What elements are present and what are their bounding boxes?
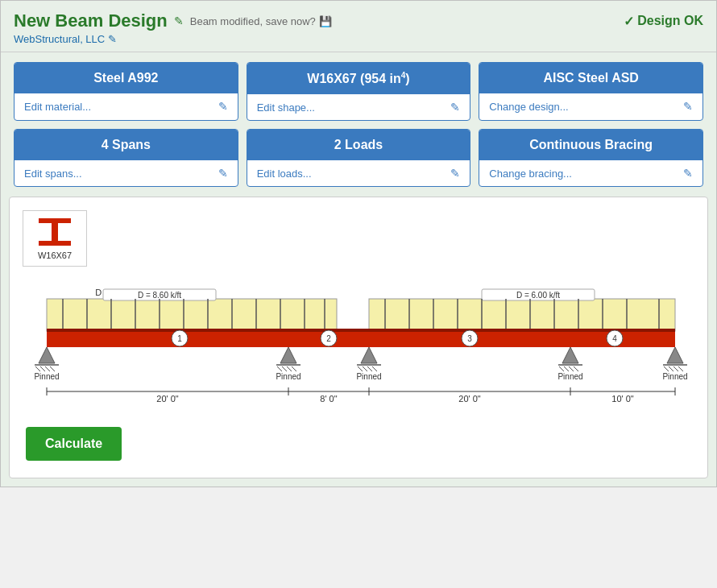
svg-line-71: [574, 366, 578, 371]
svg-text:10' 0": 10' 0": [611, 394, 634, 404]
svg-text:Pinned: Pinned: [356, 372, 381, 381]
title-edit-icon[interactable]: ✎: [174, 14, 184, 27]
change-design-link[interactable]: Change design...: [489, 101, 568, 113]
header: New Beam Design ✎ Beam modified, save no…: [1, 1, 716, 52]
card-spans: 4 Spans Edit spans... ✎: [14, 129, 238, 187]
edit-bracing-icon[interactable]: ✎: [683, 167, 693, 180]
company-edit-icon: ✎: [108, 33, 117, 45]
card-shape: W16X67 (954 in4) Edit shape... ✎: [247, 62, 471, 121]
svg-line-56: [287, 366, 292, 371]
svg-line-54: [277, 366, 282, 371]
beam-icon-label: W16X67: [38, 251, 72, 260]
svg-text:1: 1: [177, 334, 182, 343]
app-container: New Beam Design ✎ Beam modified, save no…: [0, 0, 717, 487]
card-material-header: Steel A992: [15, 63, 238, 93]
svg-text:8' 0": 8' 0": [320, 394, 337, 404]
svg-marker-59: [361, 347, 377, 363]
svg-line-78: [678, 366, 683, 371]
svg-line-57: [292, 366, 296, 371]
i-beam-icon: [35, 217, 75, 249]
card-spans-body: Edit spans... ✎: [15, 160, 238, 186]
svg-line-49: [45, 366, 50, 371]
svg-line-69: [564, 366, 569, 371]
svg-line-63: [367, 366, 372, 371]
beam-diagram-container: D = 8.60 k/ft D = 8.60 k/ft: [23, 283, 694, 414]
card-shape-body: Edit shape... ✎: [247, 94, 470, 120]
svg-text:D = 6.00 k/ft: D = 6.00 k/ft: [516, 291, 560, 300]
svg-text:Pinned: Pinned: [557, 372, 582, 381]
svg-line-61: [358, 366, 363, 371]
card-bracing: Continuous Bracing Change bracing... ✎: [479, 129, 703, 187]
svg-line-50: [50, 366, 55, 371]
card-loads-header: 2 Loads: [247, 130, 470, 160]
card-design-header: AISC Steel ASD: [479, 63, 702, 93]
svg-marker-52: [280, 347, 296, 363]
svg-line-48: [40, 366, 45, 371]
card-material: Steel A992 Edit material... ✎: [14, 62, 238, 121]
card-loads-body: Edit loads... ✎: [247, 160, 470, 186]
svg-line-47: [35, 366, 40, 371]
svg-line-70: [569, 366, 574, 371]
edit-shape-link[interactable]: Edit shape...: [257, 101, 315, 114]
edit-spans-icon[interactable]: ✎: [218, 167, 228, 180]
modified-text: Beam modified, save now? 💾: [190, 15, 332, 27]
change-bracing-link[interactable]: Change bracing...: [489, 168, 572, 180]
edit-material-link[interactable]: Edit material...: [24, 101, 91, 113]
svg-rect-19: [369, 299, 675, 331]
design-ok-badge: ✓ Design OK: [624, 14, 703, 29]
company-link[interactable]: WebStructural, LLC ✎: [14, 33, 703, 45]
title-group: New Beam Design ✎ Beam modified, save no…: [14, 10, 332, 31]
svg-text:20' 0": 20' 0": [458, 394, 481, 404]
svg-marker-45: [39, 347, 55, 363]
card-spans-header: 4 Spans: [15, 130, 238, 160]
card-material-body: Edit material... ✎: [15, 93, 238, 119]
cards-grid: Steel A992 Edit material... ✎ W16X67 (95…: [1, 52, 716, 197]
card-design-body: Change design... ✎: [479, 93, 702, 119]
svg-text:3: 3: [467, 334, 472, 343]
edit-loads-icon[interactable]: ✎: [450, 167, 460, 180]
svg-rect-0: [39, 218, 71, 223]
svg-line-75: [664, 366, 669, 371]
edit-shape-icon[interactable]: ✎: [450, 101, 460, 114]
svg-rect-3: [47, 299, 337, 331]
svg-text:2: 2: [326, 334, 331, 343]
svg-marker-73: [667, 347, 683, 363]
page-title: New Beam Design: [14, 10, 168, 31]
beam-diagram-svg: D = 8.60 k/ft D = 8.60 k/ft: [23, 283, 699, 412]
svg-rect-2: [39, 241, 71, 246]
diagram-area: W16X67 D = 8.60 k/ft D = 8.60 k/ft: [9, 197, 708, 478]
svg-rect-36: [47, 329, 675, 332]
svg-text:20' 0": 20' 0": [156, 394, 179, 404]
edit-loads-link[interactable]: Edit loads...: [257, 168, 312, 180]
card-loads: 2 Loads Edit loads... ✎: [247, 129, 471, 187]
svg-line-62: [363, 366, 367, 371]
svg-line-77: [673, 366, 678, 371]
svg-line-55: [282, 366, 287, 371]
header-top: New Beam Design ✎ Beam modified, save no…: [14, 10, 703, 31]
svg-marker-66: [562, 347, 578, 363]
edit-design-icon[interactable]: ✎: [683, 100, 693, 113]
card-design: AISC Steel ASD Change design... ✎: [479, 62, 703, 121]
calculate-button[interactable]: Calculate: [26, 427, 122, 461]
svg-rect-35: [47, 329, 675, 347]
card-bracing-header: Continuous Bracing: [479, 130, 702, 160]
beam-icon-box: W16X67: [23, 210, 87, 267]
card-bracing-body: Change bracing... ✎: [479, 160, 702, 186]
svg-line-76: [669, 366, 673, 371]
save-icon[interactable]: 💾: [319, 15, 332, 27]
svg-text:4: 4: [612, 334, 617, 343]
edit-material-icon[interactable]: ✎: [218, 100, 228, 113]
edit-spans-link[interactable]: Edit spans...: [24, 168, 82, 180]
svg-line-64: [372, 366, 377, 371]
svg-line-68: [559, 366, 564, 371]
svg-text:Pinned: Pinned: [662, 372, 687, 381]
card-shape-header: W16X67 (954 in4): [247, 63, 470, 94]
svg-text:Pinned: Pinned: [34, 372, 59, 381]
svg-text:D = 8.60 k/ft: D = 8.60 k/ft: [138, 291, 181, 300]
svg-text:Pinned: Pinned: [276, 372, 300, 381]
svg-rect-1: [52, 223, 58, 241]
check-icon: ✓: [624, 14, 634, 29]
